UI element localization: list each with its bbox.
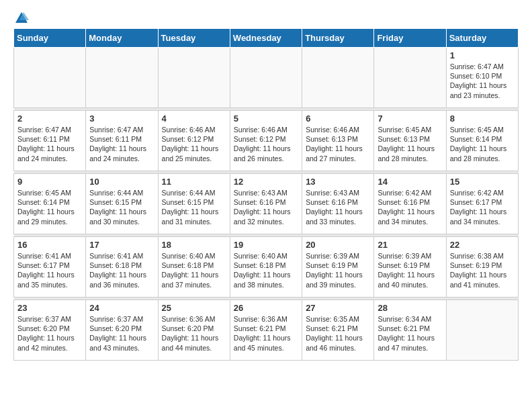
day-info: Sunrise: 6:42 AM Sunset: 6:16 PM Dayligh… xyxy=(378,188,442,226)
day-info: Sunrise: 6:46 AM Sunset: 6:13 PM Dayligh… xyxy=(306,125,370,163)
day-number: 7 xyxy=(378,113,442,124)
day-info: Sunrise: 6:47 AM Sunset: 6:10 PM Dayligh… xyxy=(450,62,515,100)
calendar-cell: 14Sunrise: 6:42 AM Sunset: 6:16 PM Dayli… xyxy=(374,174,446,234)
day-number: 15 xyxy=(450,177,515,187)
day-info: Sunrise: 6:34 AM Sunset: 6:21 PM Dayligh… xyxy=(378,314,442,353)
calendar-cell: 24Sunrise: 6:37 AM Sunset: 6:20 PM Dayli… xyxy=(86,300,158,361)
logo xyxy=(13,11,30,23)
calendar-cell xyxy=(230,48,302,108)
weekday-header-row: SundayMondayTuesdayWednesdayThursdayFrid… xyxy=(14,29,519,48)
day-info: Sunrise: 6:40 AM Sunset: 6:18 PM Dayligh… xyxy=(234,251,298,289)
calendar-cell: 5Sunrise: 6:46 AM Sunset: 6:12 PM Daylig… xyxy=(230,111,302,171)
calendar-table: SundayMondayTuesdayWednesdayThursdayFrid… xyxy=(13,28,519,361)
day-number: 27 xyxy=(306,303,370,313)
calendar-cell: 4Sunrise: 6:46 AM Sunset: 6:12 PM Daylig… xyxy=(158,111,230,171)
weekday-header-monday: Monday xyxy=(86,29,158,48)
weekday-header-saturday: Saturday xyxy=(446,29,518,48)
day-number: 10 xyxy=(89,177,154,187)
day-info: Sunrise: 6:37 AM Sunset: 6:20 PM Dayligh… xyxy=(17,314,82,353)
day-number: 22 xyxy=(450,240,515,250)
day-info: Sunrise: 6:46 AM Sunset: 6:12 PM Dayligh… xyxy=(234,125,298,163)
calendar-cell: 22Sunrise: 6:38 AM Sunset: 6:19 PM Dayli… xyxy=(446,237,518,298)
day-info: Sunrise: 6:44 AM Sunset: 6:15 PM Dayligh… xyxy=(89,188,154,226)
page-container: SundayMondayTuesdayWednesdayThursdayFrid… xyxy=(0,0,532,371)
day-number: 14 xyxy=(378,177,442,187)
calendar-cell: 18Sunrise: 6:40 AM Sunset: 6:18 PM Dayli… xyxy=(158,237,230,298)
calendar-cell: 1Sunrise: 6:47 AM Sunset: 6:10 PM Daylig… xyxy=(446,48,518,108)
day-info: Sunrise: 6:44 AM Sunset: 6:15 PM Dayligh… xyxy=(162,188,226,226)
calendar-cell: 17Sunrise: 6:41 AM Sunset: 6:18 PM Dayli… xyxy=(86,237,158,298)
week-row-5: 23Sunrise: 6:37 AM Sunset: 6:20 PM Dayli… xyxy=(14,300,519,361)
calendar-cell: 16Sunrise: 6:41 AM Sunset: 6:17 PM Dayli… xyxy=(14,237,86,298)
week-row-3: 9Sunrise: 6:45 AM Sunset: 6:14 PM Daylig… xyxy=(14,174,519,234)
day-number: 23 xyxy=(17,303,82,313)
day-info: Sunrise: 6:36 AM Sunset: 6:20 PM Dayligh… xyxy=(162,314,226,353)
day-number: 1 xyxy=(450,50,515,60)
weekday-header-sunday: Sunday xyxy=(14,29,86,48)
calendar-cell: 9Sunrise: 6:45 AM Sunset: 6:14 PM Daylig… xyxy=(14,174,86,234)
calendar-cell: 10Sunrise: 6:44 AM Sunset: 6:15 PM Dayli… xyxy=(86,174,158,234)
day-number: 4 xyxy=(162,113,226,124)
day-number: 5 xyxy=(234,113,298,124)
calendar-cell: 26Sunrise: 6:36 AM Sunset: 6:21 PM Dayli… xyxy=(230,300,302,361)
day-info: Sunrise: 6:45 AM Sunset: 6:14 PM Dayligh… xyxy=(450,125,515,163)
calendar-cell: 8Sunrise: 6:45 AM Sunset: 6:14 PM Daylig… xyxy=(446,111,518,171)
calendar-cell: 2Sunrise: 6:47 AM Sunset: 6:11 PM Daylig… xyxy=(14,111,86,171)
weekday-header-thursday: Thursday xyxy=(302,29,374,48)
calendar-cell: 19Sunrise: 6:40 AM Sunset: 6:18 PM Dayli… xyxy=(230,237,302,298)
day-info: Sunrise: 6:39 AM Sunset: 6:19 PM Dayligh… xyxy=(378,251,442,289)
day-number: 18 xyxy=(162,240,226,250)
day-number: 24 xyxy=(89,303,154,313)
calendar-cell xyxy=(158,48,230,108)
day-info: Sunrise: 6:47 AM Sunset: 6:11 PM Dayligh… xyxy=(17,125,82,163)
day-number: 25 xyxy=(162,303,226,313)
weekday-header-friday: Friday xyxy=(374,29,446,48)
calendar-cell: 27Sunrise: 6:35 AM Sunset: 6:21 PM Dayli… xyxy=(302,300,374,361)
day-number: 11 xyxy=(162,177,226,187)
day-info: Sunrise: 6:35 AM Sunset: 6:21 PM Dayligh… xyxy=(306,314,370,353)
weekday-header-wednesday: Wednesday xyxy=(230,29,302,48)
calendar-cell: 25Sunrise: 6:36 AM Sunset: 6:20 PM Dayli… xyxy=(158,300,230,361)
day-info: Sunrise: 6:45 AM Sunset: 6:14 PM Dayligh… xyxy=(17,188,82,226)
day-number: 17 xyxy=(89,240,154,250)
calendar-cell: 11Sunrise: 6:44 AM Sunset: 6:15 PM Dayli… xyxy=(158,174,230,234)
day-info: Sunrise: 6:46 AM Sunset: 6:12 PM Dayligh… xyxy=(162,125,226,163)
day-number: 3 xyxy=(89,113,154,124)
day-number: 19 xyxy=(234,240,298,250)
day-number: 6 xyxy=(306,113,370,124)
day-number: 8 xyxy=(450,113,515,124)
day-number: 9 xyxy=(17,177,82,187)
week-row-2: 2Sunrise: 6:47 AM Sunset: 6:11 PM Daylig… xyxy=(14,111,519,171)
day-info: Sunrise: 6:39 AM Sunset: 6:19 PM Dayligh… xyxy=(306,251,370,289)
calendar-cell: 13Sunrise: 6:43 AM Sunset: 6:16 PM Dayli… xyxy=(302,174,374,234)
calendar-cell xyxy=(14,48,86,108)
day-number: 26 xyxy=(234,303,298,313)
calendar-cell: 6Sunrise: 6:46 AM Sunset: 6:13 PM Daylig… xyxy=(302,111,374,171)
calendar-cell xyxy=(446,300,518,361)
week-row-4: 16Sunrise: 6:41 AM Sunset: 6:17 PM Dayli… xyxy=(14,237,519,298)
day-info: Sunrise: 6:40 AM Sunset: 6:18 PM Dayligh… xyxy=(162,251,226,289)
calendar-cell: 3Sunrise: 6:47 AM Sunset: 6:11 PM Daylig… xyxy=(86,111,158,171)
day-number: 13 xyxy=(306,177,370,187)
calendar-cell xyxy=(86,48,158,108)
day-info: Sunrise: 6:43 AM Sunset: 6:16 PM Dayligh… xyxy=(234,188,298,226)
day-number: 20 xyxy=(306,240,370,250)
calendar-cell: 23Sunrise: 6:37 AM Sunset: 6:20 PM Dayli… xyxy=(14,300,86,361)
calendar-cell: 12Sunrise: 6:43 AM Sunset: 6:16 PM Dayli… xyxy=(230,174,302,234)
day-number: 28 xyxy=(378,303,442,313)
calendar-cell: 20Sunrise: 6:39 AM Sunset: 6:19 PM Dayli… xyxy=(302,237,374,298)
day-number: 2 xyxy=(17,113,82,124)
day-info: Sunrise: 6:37 AM Sunset: 6:20 PM Dayligh… xyxy=(89,314,154,353)
day-info: Sunrise: 6:45 AM Sunset: 6:13 PM Dayligh… xyxy=(378,125,442,163)
day-info: Sunrise: 6:38 AM Sunset: 6:19 PM Dayligh… xyxy=(450,251,515,289)
day-number: 12 xyxy=(234,177,298,187)
day-number: 16 xyxy=(17,240,82,250)
day-info: Sunrise: 6:47 AM Sunset: 6:11 PM Dayligh… xyxy=(89,125,154,163)
day-info: Sunrise: 6:43 AM Sunset: 6:16 PM Dayligh… xyxy=(306,188,370,226)
calendar-cell xyxy=(374,48,446,108)
calendar-cell: 21Sunrise: 6:39 AM Sunset: 6:19 PM Dayli… xyxy=(374,237,446,298)
calendar-cell: 7Sunrise: 6:45 AM Sunset: 6:13 PM Daylig… xyxy=(374,111,446,171)
calendar-cell: 15Sunrise: 6:42 AM Sunset: 6:17 PM Dayli… xyxy=(446,174,518,234)
logo-icon xyxy=(14,11,29,26)
header xyxy=(13,11,519,23)
